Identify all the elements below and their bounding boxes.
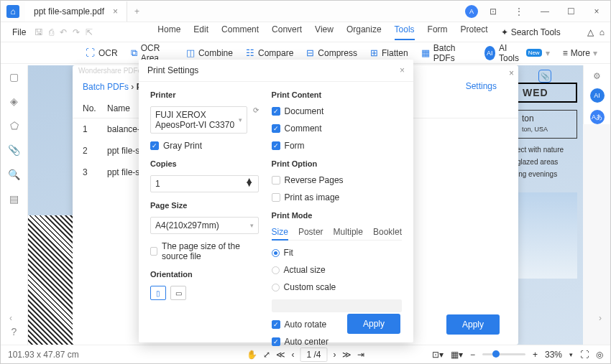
spinner-arrows[interactable]: ▲▼ <box>245 179 254 189</box>
prev-page-icon[interactable]: ‹ <box>291 350 294 360</box>
view-mode-icon[interactable]: ▦▾ <box>451 350 463 360</box>
compress-button[interactable]: ⊟Compress <box>306 47 357 58</box>
user-avatar[interactable]: A <box>465 5 478 18</box>
menu-protect[interactable]: Protect <box>461 24 488 40</box>
cloud-icon[interactable]: △ <box>587 27 594 37</box>
file-menu[interactable]: File <box>6 27 32 37</box>
checkbox-icon <box>272 176 280 185</box>
fit-radio[interactable]: Fit <box>272 248 402 258</box>
redo-icon[interactable]: ↷ <box>73 27 80 37</box>
compare-button[interactable]: ☷Compare <box>246 47 293 58</box>
hand-tool-icon[interactable]: ✋ <box>247 350 257 360</box>
chevron-down-icon: ▾ <box>250 222 254 229</box>
feedback-icon[interactable]: ⊡ <box>482 1 504 22</box>
close-icon[interactable]: × <box>113 6 118 17</box>
kebab-icon[interactable]: ⋮ <box>508 1 530 22</box>
search-tools[interactable]: ✦ Search Tools <box>501 27 561 37</box>
ai-chat-icon[interactable]: AI <box>590 88 605 103</box>
content-comment-checkbox[interactable]: ✓Comment <box>272 123 402 134</box>
tab-booklet[interactable]: Booklet <box>373 227 402 237</box>
titlebar: ⌂ ppt file-sample.pdf × + A ⊡ ⋮ — ☐ × <box>1 1 610 22</box>
last-page-icon[interactable]: ≫ <box>342 350 352 360</box>
menu-home[interactable]: Home <box>157 24 180 40</box>
zoom-slider[interactable] <box>482 353 525 355</box>
jump-icon[interactable]: ⇥ <box>357 350 364 360</box>
source-size-checkbox[interactable]: The page size of the source file <box>150 241 259 261</box>
pagesize-dropdown[interactable]: A4(210x297mm)▾ <box>150 217 259 234</box>
chevron-down-icon[interactable]: ▾ <box>569 351 573 358</box>
menu-comment[interactable]: Comment <box>221 24 259 40</box>
zoom-out-icon[interactable]: − <box>470 350 475 360</box>
next-page-icon[interactable]: › <box>334 350 336 360</box>
actual-size-radio[interactable]: Actual size <box>272 265 402 275</box>
tab-multiple[interactable]: Multiple <box>334 227 363 237</box>
combine-icon: ◫ <box>186 47 195 58</box>
app-icon: ⌂ <box>6 5 19 18</box>
combine-button[interactable]: ◫Combine <box>186 47 233 58</box>
first-page-icon[interactable]: ≪ <box>276 350 285 360</box>
flatten-icon: ⊞ <box>370 47 378 58</box>
dialog-close-icon[interactable]: × <box>400 65 405 75</box>
batch-apply-button[interactable]: Apply <box>446 314 500 335</box>
zoom-in-icon[interactable]: + <box>533 350 538 360</box>
fit-width-icon[interactable]: ⊡▾ <box>432 350 444 360</box>
document-tab[interactable]: ppt file-sample.pdf × <box>25 1 127 22</box>
settings-link[interactable]: Settings <box>466 81 497 91</box>
menu-organize[interactable]: Organize <box>346 24 382 40</box>
ocr-button[interactable]: ⛶OCR <box>86 47 118 58</box>
thumbnail-icon[interactable]: ▢ <box>9 71 19 83</box>
panel-close-icon[interactable]: × <box>509 68 514 78</box>
pin-icon[interactable]: 📎 <box>538 70 551 83</box>
zoom-thumb[interactable] <box>492 350 500 358</box>
search-icon[interactable]: 🔍 <box>8 169 20 180</box>
menu-edit[interactable]: Edit <box>193 24 208 40</box>
menu-tools[interactable]: Tools <box>395 24 415 40</box>
landscape-button[interactable]: ▭ <box>170 286 186 300</box>
scroll-right-icon[interactable]: › <box>599 313 602 323</box>
ai-translate-icon[interactable]: Aあ <box>590 110 605 124</box>
page-input[interactable]: 1 /4 <box>300 347 327 362</box>
content-document-checkbox[interactable]: ✓Document <box>272 106 402 116</box>
scroll-left-icon[interactable]: ‹ <box>9 313 12 323</box>
print-icon[interactable]: ⎙ <box>49 27 54 37</box>
help-icon[interactable]: ? <box>12 326 17 337</box>
export-icon[interactable]: ⇱ <box>86 27 93 37</box>
menu-form[interactable]: Form <box>428 24 448 40</box>
refresh-icon[interactable]: ⟳ <box>253 106 259 134</box>
tab-size[interactable]: Size <box>272 227 288 241</box>
print-as-image-checkbox[interactable]: Print as image <box>272 192 402 202</box>
print-apply-button[interactable]: Apply <box>347 314 400 334</box>
menu-convert[interactable]: Convert <box>272 24 302 40</box>
attachment-icon[interactable]: 📎 <box>8 144 20 156</box>
gray-print-checkbox[interactable]: ✓Gray Print <box>150 141 259 151</box>
tab-poster[interactable]: Poster <box>298 227 323 237</box>
save-icon[interactable]: 🖫 <box>35 27 43 37</box>
flatten-button[interactable]: ⊞Flatten <box>370 47 408 58</box>
checkbox-icon <box>150 247 157 256</box>
bookmark-icon[interactable]: ◈ <box>10 95 18 107</box>
batch-button[interactable]: ▦Batch PDFs <box>421 43 472 63</box>
close-window-icon[interactable]: × <box>586 1 607 22</box>
menu-view[interactable]: View <box>315 24 334 40</box>
tag-icon[interactable]: ⬠ <box>10 120 19 131</box>
portrait-button[interactable]: ▯ <box>150 286 166 300</box>
ai-tools-button[interactable]: AIAI ToolsNew▾ <box>484 43 550 63</box>
layers-icon[interactable]: ▤ <box>9 193 19 205</box>
minimize-icon[interactable]: — <box>534 1 556 22</box>
sliders-icon[interactable]: ⚙ <box>593 71 601 81</box>
new-tab-button[interactable]: + <box>127 6 147 17</box>
read-mode-icon[interactable]: ◎ <box>596 350 603 360</box>
breadcrumb-root[interactable]: Batch PDFs <box>83 82 129 92</box>
fullscreen-icon[interactable]: ⛶ <box>580 350 589 360</box>
printer-dropdown[interactable]: FUJI XEROX ApeosPort-VI C3370▾ <box>150 106 247 134</box>
custom-scale-radio[interactable]: Custom scale <box>272 282 402 292</box>
copies-input[interactable]: 1▲▼ <box>150 175 259 192</box>
auto-center-checkbox[interactable]: ✓Auto center <box>272 337 402 347</box>
more-button[interactable]: ≡More▾ <box>563 48 597 58</box>
undo-icon[interactable]: ↶ <box>60 27 67 37</box>
home-icon[interactable]: ⌂ <box>599 27 605 37</box>
maximize-icon[interactable]: ☐ <box>560 1 582 22</box>
reverse-pages-checkbox[interactable]: Reverse Pages <box>272 175 402 185</box>
select-tool-icon[interactable]: ⤢ <box>263 350 270 360</box>
content-form-checkbox[interactable]: ✓Form <box>272 141 402 151</box>
